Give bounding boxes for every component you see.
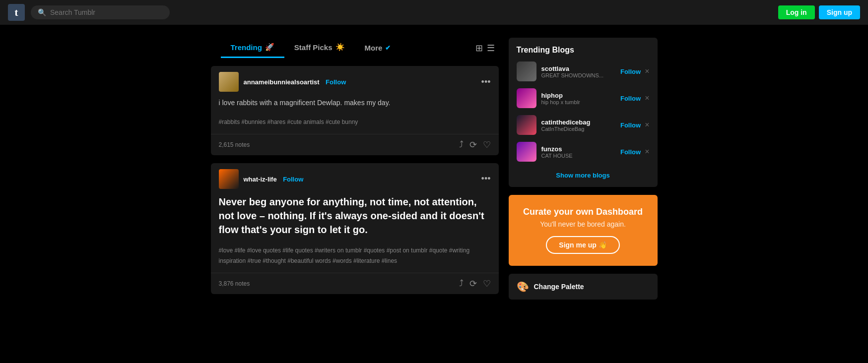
sign-me-up-button[interactable]: Sign me up 👋 [546,236,619,254]
like-button[interactable]: ♡ [483,139,491,150]
tabs-right: ⊞ ☰ [475,43,499,54]
avatar [219,72,239,92]
like-button[interactable]: ♡ [483,278,491,289]
post-username: what-iz-life [244,176,277,183]
post-header: annameibunniealsoartist Follow ••• [211,66,499,98]
blog-sub: CatInTheDiceBag [541,126,615,132]
notes-count: 2,615 notes [219,141,453,148]
tab-staff-picks-label: Staff Picks [294,43,333,52]
curate-dashboard-card: Curate your own Dashboard You'll never b… [509,195,658,266]
curate-title: Curate your own Dashboard [519,207,648,217]
dismiss-button[interactable]: × [645,121,649,129]
share-button[interactable]: ⤴ [459,278,464,289]
post-footer: 3,876 notes ⤴ ⟳ ♡ [211,273,499,294]
reblog-button[interactable]: ⟳ [469,278,477,289]
show-more-blogs-button[interactable]: Show more blogs [517,169,650,179]
blog-actions: Follow × [620,121,650,129]
trending-blogs-card: Trending Blogs scottlava GREAT SHOWDOWNS… [509,38,658,187]
search-bar[interactable]: 🔍 [31,5,170,19]
blog-avatar [517,142,536,162]
change-palette-card[interactable]: 🎨 Change Palette [509,274,658,300]
blog-item: scottlava GREAT SHOWDOWNS... Follow × [517,61,650,81]
more-label: More [365,44,383,52]
post-tag: #love #life #love quotes #life quotes #w… [219,247,470,265]
post-more-button[interactable]: ••• [481,77,491,87]
dismiss-button[interactable]: × [645,94,649,103]
blog-item: hiphop hip hop x tumblr Follow × [517,88,650,108]
signup-button[interactable]: Sign up [819,5,860,19]
blog-info: funzos CAT HOUSE [541,145,615,159]
post-tags: #rabbits #bunnies #hares #cute animals #… [211,114,499,134]
notes-count: 3,876 notes [219,280,453,287]
follow-button[interactable]: Follow [620,95,641,102]
tumblr-logo[interactable]: t [8,4,25,21]
blog-name: funzos [541,145,615,153]
tab-trending-label: Trending [231,43,262,52]
post-tag: #rabbits #bunnies #hares #cute animals #… [219,119,358,125]
blog-item: catinthedicebag CatInTheDiceBag Follow × [517,115,650,135]
reblog-button[interactable]: ⟳ [469,139,477,150]
login-button[interactable]: Log in [778,5,815,19]
post-footer: 2,615 notes ⤴ ⟳ ♡ [211,134,499,155]
header-left: t 🔍 [8,4,170,21]
tab-more[interactable]: More ✔ [355,39,401,57]
post-text-large: Never beg anyone for anything, not time,… [219,195,491,237]
blog-actions: Follow × [620,147,650,156]
blog-item: funzos CAT HOUSE Follow × [517,142,650,162]
blog-actions: Follow × [620,67,650,76]
blog-avatar [517,88,536,108]
blog-name: scottlava [541,65,615,72]
svg-text:t: t [14,6,18,18]
post-body: Never beg anyone for anything, not time,… [211,195,499,242]
blog-sub: GREAT SHOWDOWNS... [541,72,615,78]
follow-button[interactable]: Follow [620,148,641,156]
post-username: annameibunniealsoartist [244,78,320,86]
blog-actions: Follow × [620,94,650,103]
blog-info: scottlava GREAT SHOWDOWNS... [541,65,615,78]
post-user-info: annameibunniealsoartist Follow [244,77,476,86]
blog-name: catinthedicebag [541,119,615,126]
curate-subtitle: You'll never be bored again. [519,220,648,228]
post-more-button[interactable]: ••• [481,174,491,184]
blog-avatar [517,115,536,135]
feed-area: Trending 🚀 Staff Picks ☀️ More ✔ ⊞ ☰ [211,30,499,302]
dismiss-button[interactable]: × [645,67,649,76]
staff-picks-sun-icon: ☀️ [335,43,345,52]
blog-sub: hip hop x tumblr [541,99,615,105]
trending-rocket-icon: 🚀 [265,43,274,52]
post-card: what-iz-life Follow ••• Never beg anyone… [211,163,499,294]
search-input[interactable] [50,8,163,16]
avatar [219,169,239,189]
blog-info: catinthedicebag CatInTheDiceBag [541,119,615,132]
more-check-icon: ✔ [385,44,391,52]
post-body: i love rabbits with a magnificent Dewlap… [211,98,499,114]
search-icon: 🔍 [38,8,46,16]
post-card: annameibunniealsoartist Follow ••• i lov… [211,66,499,155]
blog-info: hiphop hip hop x tumblr [541,92,615,105]
post-follow-button[interactable]: Follow [326,78,346,86]
tabs-bar: Trending 🚀 Staff Picks ☀️ More ✔ ⊞ ☰ [211,38,499,58]
grid-view-icon[interactable]: ⊞ [475,43,483,54]
blog-avatar [517,61,536,81]
blog-name: hiphop [541,92,615,99]
sidebar: Trending Blogs scottlava GREAT SHOWDOWNS… [509,30,658,302]
trending-blogs-title: Trending Blogs [517,46,650,55]
post-follow-button[interactable]: Follow [283,176,303,183]
tab-staff-picks[interactable]: Staff Picks ☀️ [284,38,355,58]
main-wrapper: Trending 🚀 Staff Picks ☀️ More ✔ ⊞ ☰ [0,0,868,302]
share-button[interactable]: ⤴ [459,139,464,150]
header: t 🔍 Log in Sign up [0,0,868,25]
follow-button[interactable]: Follow [620,121,641,129]
post-tags: #love #life #love quotes #life quotes #w… [211,242,499,273]
follow-button[interactable]: Follow [620,68,641,75]
post-user-info: what-iz-life Follow [244,175,476,183]
post-header: what-iz-life Follow ••• [211,163,499,195]
palette-icon: 🎨 [517,281,529,293]
header-right: Log in Sign up [778,5,860,19]
tab-trending[interactable]: Trending 🚀 [221,38,284,58]
post-text: i love rabbits with a magnificent Dewlap… [219,98,491,108]
list-view-icon[interactable]: ☰ [487,43,495,54]
blog-sub: CAT HOUSE [541,153,615,159]
palette-label: Change Palette [534,283,584,291]
dismiss-button[interactable]: × [645,147,649,156]
